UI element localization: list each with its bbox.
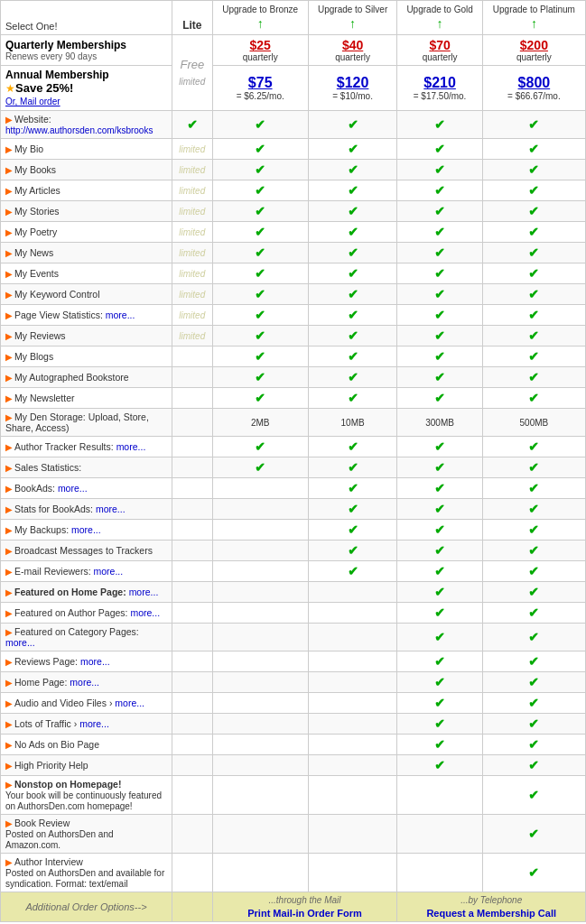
table-row: ▶Author Tracker Results: more...✔✔✔✔ <box>1 437 586 457</box>
platinum-value: ✔ <box>482 693 585 714</box>
feature-link[interactable]: more... <box>79 718 109 729</box>
platinum-value: ✔ <box>482 305 585 326</box>
platinum-value: ✔ <box>482 180 585 201</box>
bronze-value <box>212 755 308 776</box>
platinum-quarterly-price: $200 quarterly <box>482 35 585 66</box>
mail-order-link[interactable]: Or, Mail order <box>5 97 60 106</box>
check-icon: ✔ <box>255 117 265 132</box>
feature-name-cell: ▶Website:http://www.authorsden.com/ksbro… <box>1 111 172 139</box>
website-link[interactable]: http://www.authorsden.com/ksbrooks <box>5 125 153 135</box>
feature-link[interactable]: more... <box>94 566 124 577</box>
lite-value <box>172 388 213 409</box>
arrow-icon: ▶ <box>5 546 13 556</box>
table-row: ▶My Storieslimited✔✔✔✔ <box>1 201 586 222</box>
bronze-value <box>212 478 308 499</box>
arrow-icon: ▶ <box>5 331 13 341</box>
feature-link[interactable]: more... <box>106 310 135 320</box>
gold-value: ✔ <box>397 180 482 201</box>
feature-name-cell: ▶Book ReviewPosted on AuthorsDen and Ama… <box>1 815 172 854</box>
check-icon: ✔ <box>348 225 358 239</box>
table-row: ▶Stats for BookAds: more...✔✔✔ <box>1 499 586 520</box>
table-row: ▶Audio and Video Files › more...✔✔ <box>1 693 586 714</box>
feature-link[interactable]: more... <box>71 524 101 535</box>
check-icon: ✔ <box>434 183 445 198</box>
feature-link[interactable]: more... <box>70 677 99 688</box>
bronze-value: 2MB <box>212 409 308 437</box>
arrow-icon: ▶ <box>5 373 13 383</box>
gold-header: Upgrade to Gold ↑ <box>397 1 482 35</box>
bronze-value <box>212 499 308 520</box>
bronze-value <box>212 854 308 892</box>
gold-value: ✔ <box>397 437 482 457</box>
feature-name-cell: ▶Featured on Home Page: more... <box>1 582 172 603</box>
platinum-value: ✔ <box>482 284 585 305</box>
arrow-icon: ▶ <box>5 412 13 422</box>
gold-annual-price: $210 = $17.50/mo. <box>397 66 482 111</box>
feature-link[interactable]: more... <box>130 607 160 618</box>
feature-link[interactable]: more... <box>80 656 110 667</box>
arrow-icon: ▶ <box>5 857 13 867</box>
request-call-link[interactable]: Request a Membership Call <box>402 908 581 919</box>
platinum-value: ✔ <box>482 854 585 892</box>
feature-link[interactable]: more... <box>116 441 146 452</box>
platinum-value: ✔ <box>482 243 585 263</box>
bronze-value <box>212 815 308 854</box>
feature-link[interactable]: more... <box>129 587 159 597</box>
feature-name-cell: ▶High Priority Help <box>1 755 172 776</box>
arrow-icon: ▶ <box>5 207 13 217</box>
lite-value: limited <box>172 222 213 243</box>
platinum-value: ✔ <box>482 139 585 160</box>
bronze-value <box>212 561 308 582</box>
arrow-icon: ▶ <box>5 761 13 771</box>
check-icon: ✔ <box>434 716 445 731</box>
bronze-value <box>212 714 308 735</box>
silver-value: ✔ <box>308 284 397 305</box>
annual-label: Annual Membership ★Save 25%! Or, Mail or… <box>1 66 172 111</box>
silver-value <box>308 735 397 755</box>
feature-link[interactable]: more... <box>58 483 88 494</box>
platinum-value: ✔ <box>482 582 585 603</box>
arrow-icon: ▶ <box>5 608 13 618</box>
gold-value <box>397 854 482 892</box>
bronze-quarterly-price: $25 quarterly <box>212 35 308 66</box>
arrow-icon: ▶ <box>5 144 13 154</box>
bronze-value: ✔ <box>212 160 308 180</box>
bronze-value: ✔ <box>212 201 308 222</box>
platinum-value: ✔ <box>482 499 585 520</box>
check-icon: ✔ <box>528 183 539 198</box>
check-icon: ✔ <box>348 391 358 405</box>
feature-link[interactable]: more... <box>115 698 144 708</box>
feature-link[interactable]: more... <box>5 637 35 648</box>
check-icon: ✔ <box>348 117 358 132</box>
lite-value: limited <box>172 284 213 305</box>
check-icon: ✔ <box>348 543 358 558</box>
check-icon: ✔ <box>528 460 539 475</box>
gold-value: ✔ <box>397 582 482 603</box>
feature-name-cell: ▶My Autographed Bookstore <box>1 367 172 388</box>
platinum-value: ✔ <box>482 457 585 478</box>
gold-value: ✔ <box>397 714 482 735</box>
gold-value: ✔ <box>397 561 482 582</box>
lite-value <box>172 499 213 520</box>
lite-value <box>172 582 213 603</box>
print-mail-link[interactable]: Print Mail-in Order Form <box>218 908 393 919</box>
arrow-icon: ▶ <box>5 393 13 403</box>
check-icon: ✔ <box>348 349 358 364</box>
silver-value <box>308 582 397 603</box>
silver-value: ✔ <box>308 243 397 263</box>
check-icon: ✔ <box>348 308 358 322</box>
check-icon: ✔ <box>528 543 539 558</box>
bronze-value <box>212 582 308 603</box>
silver-value: ✔ <box>308 499 397 520</box>
check-icon: ✔ <box>434 758 445 772</box>
silver-value: ✔ <box>308 388 397 409</box>
check-icon: ✔ <box>528 788 539 802</box>
check-icon: ✔ <box>434 349 445 364</box>
table-row: ▶Broadcast Messages to Trackers✔✔✔ <box>1 541 586 561</box>
check-icon: ✔ <box>348 142 358 156</box>
platinum-value: ✔ <box>482 222 585 243</box>
feature-link[interactable]: more... <box>96 504 126 514</box>
feature-name-cell: ▶Nonstop on Homepage!Your book will be c… <box>1 776 172 815</box>
gold-value: ✔ <box>397 499 482 520</box>
check-icon: ✔ <box>255 162 265 177</box>
